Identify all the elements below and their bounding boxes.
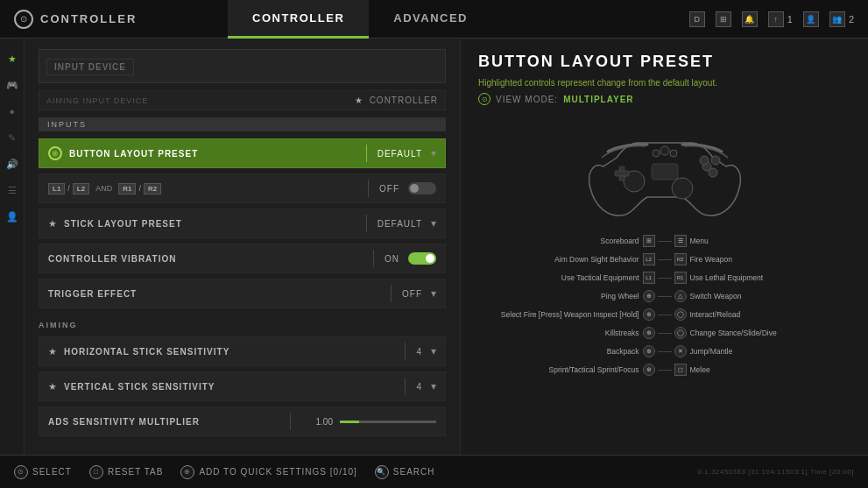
view-mode-label: VIEW MODE: bbox=[496, 95, 558, 104]
flip-slash2: / bbox=[138, 184, 141, 193]
bottom-action-search[interactable]: 🔍 SEARCH bbox=[375, 465, 435, 479]
controller-diagram: Scoreboard ⊞ ☰ Menu Aim Down Sight Behav… bbox=[478, 114, 850, 441]
r1-badge: R1 bbox=[118, 183, 136, 194]
controller-icon: ⊙ bbox=[14, 10, 33, 29]
select-label: SELECT bbox=[32, 467, 72, 477]
svg-rect-11 bbox=[652, 164, 678, 180]
setting-label-vibration: CONTROLLER VIBRATION bbox=[48, 254, 373, 264]
search-label: SEARCH bbox=[393, 467, 435, 477]
select-btn-icon: ⊙ bbox=[14, 465, 28, 479]
right-title: BUTTON LAYOUT PRESET bbox=[478, 53, 850, 71]
btn-dpad4: ⊕ bbox=[643, 345, 655, 357]
setting-controller-vibration[interactable]: CONTROLLER VIBRATION ON bbox=[39, 244, 446, 273]
sidebar-icon-controller[interactable]: 🎮 bbox=[3, 75, 22, 95]
btn-l1: L1 bbox=[643, 272, 655, 284]
setting-flip[interactable]: L1 / L2 AND R1 / R2 OFF bbox=[39, 173, 446, 203]
line-2 bbox=[658, 259, 672, 260]
sidebar-icon-user[interactable]: 👤 bbox=[3, 207, 22, 226]
chevron-down-icon3: ▾ bbox=[431, 287, 436, 300]
sidebar-icon-menu[interactable]: ☰ bbox=[3, 180, 22, 200]
top-bar-left: ⊙ CONTROLLER bbox=[0, 10, 175, 29]
map-right-lethal: Use Lethal Equipment bbox=[690, 273, 851, 282]
inputs-tab[interactable]: INPUTS bbox=[39, 117, 446, 131]
sidebar-icon-sound[interactable]: 🔊 bbox=[3, 154, 22, 173]
d-icon: D bbox=[689, 11, 705, 27]
btn-touchpad: ⊞ bbox=[643, 235, 655, 247]
arrow-count: 1 bbox=[787, 14, 793, 25]
sidebar-icon-dot[interactable]: ● bbox=[3, 102, 22, 121]
reset-label: RESET TAB bbox=[108, 467, 163, 477]
btn-circle-o: ◯ bbox=[674, 308, 687, 321]
flip-icons: L1 / L2 AND R1 / R2 bbox=[48, 183, 161, 194]
setting-horizontal-sensitivity[interactable]: ★ HORIZONTAL STICK SENSITIVITY 4 ▾ bbox=[39, 336, 446, 366]
bottom-action-select[interactable]: ⊙ SELECT bbox=[14, 465, 72, 479]
setting-button-layout-preset[interactable]: ⊗ BUTTON LAYOUT PRESET DEFAULT ▾ bbox=[39, 138, 446, 168]
controller-image-container bbox=[478, 114, 850, 228]
setting-ads-sensitivity[interactable]: ADS SENSITIVITY MULTIPLIER 1.00 bbox=[39, 407, 446, 436]
slider-fill-ads bbox=[340, 421, 359, 423]
aim-input-row: AIMING INPUT DEVICE ★ CONTROLLER bbox=[39, 90, 446, 110]
btn-menu: ☰ bbox=[674, 235, 687, 247]
map-right-switch: Switch Weapon bbox=[690, 292, 851, 301]
setting-vertical-sensitivity[interactable]: ★ VERTICAL STICK SENSITIVITY 4 ▾ bbox=[39, 371, 446, 401]
svg-point-1 bbox=[672, 178, 693, 199]
map-left-backpack: Backpack bbox=[478, 347, 639, 356]
star-icon2: ★ bbox=[48, 346, 57, 357]
btn-r2: R2 bbox=[674, 253, 687, 265]
r2-badge: R2 bbox=[144, 183, 161, 194]
btn-dpad3: ⊕ bbox=[643, 327, 655, 339]
line-1 bbox=[658, 241, 672, 242]
flip-slash1: / bbox=[67, 184, 70, 193]
svg-rect-3 bbox=[615, 171, 629, 176]
users-count: 2 bbox=[849, 14, 854, 25]
line-8 bbox=[658, 370, 672, 371]
setting-value-vibration: ON bbox=[385, 254, 399, 264]
toggle-vibration[interactable] bbox=[408, 252, 436, 265]
map-left-scoreboard: Scoreboard bbox=[478, 237, 639, 245]
setting-value-h-sensitivity: 4 bbox=[416, 347, 422, 357]
tab-controller[interactable]: CONTROLLER bbox=[228, 0, 369, 39]
version-info: 0.1.32450383 [31:104:11503:1] Time [20:0… bbox=[698, 468, 854, 476]
chevron-down-icon: ▾ bbox=[431, 147, 436, 159]
map-left-ping: Ping Wheel bbox=[478, 292, 639, 301]
top-bar-item-bell: 🔔 bbox=[742, 11, 758, 27]
svg-point-6 bbox=[709, 168, 717, 177]
bottom-action-reset[interactable]: □ RESET TAB bbox=[89, 465, 163, 479]
map-left-selectfire: Select Fire [Press] Weapon Inspect [Hold… bbox=[478, 310, 639, 319]
aim-input-value: CONTROLLER bbox=[370, 95, 438, 105]
top-bar-item-arrow: ↑ 1 bbox=[768, 11, 793, 27]
view-mode-icon: ⊙ bbox=[478, 93, 490, 105]
toggle-flip[interactable] bbox=[408, 182, 436, 194]
slider-track-ads[interactable] bbox=[340, 421, 436, 423]
line-6 bbox=[658, 333, 672, 334]
grid-icon: ⊞ bbox=[716, 11, 731, 27]
map-center-6: ⊕ ◯ bbox=[643, 327, 687, 339]
map-center-7: ⊕ ✕ bbox=[643, 345, 687, 357]
btn-l2: L2 bbox=[643, 253, 655, 265]
btn-r1: R1 bbox=[674, 272, 687, 284]
tab-advanced[interactable]: ADVANCED bbox=[369, 0, 492, 39]
sidebar-icon-edit[interactable]: ✎ bbox=[3, 128, 22, 147]
mapping-container: Scoreboard ⊞ ☰ Menu Aim Down Sight Behav… bbox=[478, 114, 850, 376]
view-mode-row: ⊙ VIEW MODE: MULTIPLAYER bbox=[478, 93, 850, 105]
map-center-8: ⊕ ◻ bbox=[643, 364, 687, 376]
map-right-jump: Jump/Mantle bbox=[690, 347, 851, 356]
user-icon: 👤 bbox=[803, 11, 819, 27]
setting-label-v-sensitivity: VERTICAL STICK SENSITIVITY bbox=[64, 382, 405, 392]
setting-trigger-effect[interactable]: TRIGGER EFFECT OFF ▾ bbox=[39, 279, 446, 308]
setting-value-flip: OFF bbox=[379, 184, 399, 194]
main-layout: ★ 🎮 ● ✎ 🔊 ☰ 👤 INPUT DEVICE AIMING INPUT … bbox=[0, 39, 868, 455]
bottom-action-quick-settings[interactable]: ⊕ ADD TO QUICK SETTINGS [0/10] bbox=[180, 465, 356, 479]
map-left-ads: Aim Down Sight Behavior bbox=[478, 255, 639, 264]
map-left-tactical: Use Tactical Equipment bbox=[478, 273, 639, 282]
top-bar-item-user: 👤 bbox=[803, 11, 819, 27]
l2-badge: L2 bbox=[73, 183, 89, 194]
top-bar-item-d: D bbox=[689, 11, 705, 27]
aim-input-label: AIMING INPUT DEVICE bbox=[46, 96, 355, 105]
chevron-down-icon4: ▾ bbox=[431, 345, 436, 357]
btn-square-s: ◻ bbox=[674, 364, 687, 376]
setting-stick-layout[interactable]: ★ STICK LAYOUT PRESET DEFAULT ▾ bbox=[39, 209, 446, 238]
view-mode-value: MULTIPLAYER bbox=[563, 95, 633, 104]
sidebar-icon-star[interactable]: ★ bbox=[3, 49, 22, 68]
chevron-down-icon2: ▾ bbox=[431, 217, 436, 230]
